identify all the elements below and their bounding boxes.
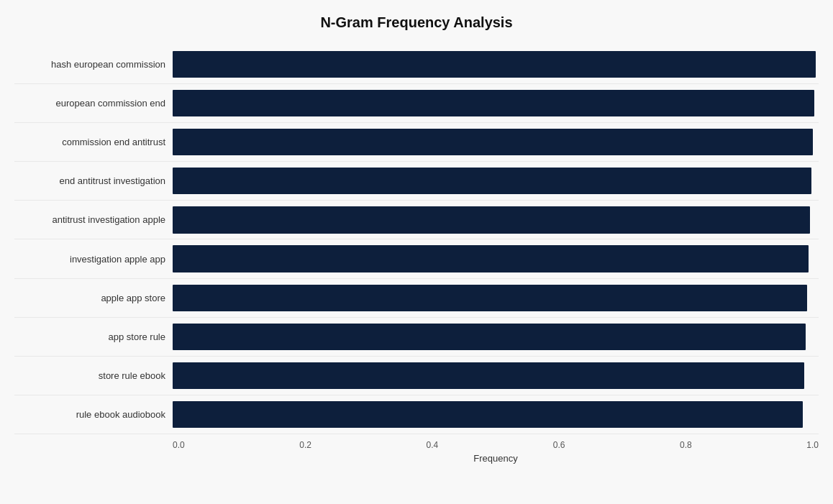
- bar-label: apple app store: [14, 293, 173, 303]
- chart-title: N-Gram Frequency Analysis: [14, 14, 819, 31]
- bar-label: end antitrust investigation: [14, 175, 173, 186]
- bar-row: investigation apple app: [14, 239, 819, 278]
- bar-track: [173, 362, 819, 389]
- bar-row: antitrust investigation apple: [14, 201, 819, 239]
- bar-fill: [173, 51, 816, 78]
- bar-row: store rule ebook: [14, 357, 819, 395]
- x-tick: 0.4: [427, 440, 439, 450]
- x-tick: 0.6: [553, 440, 565, 450]
- bar-row: rule ebook audiobook: [14, 395, 819, 434]
- bar-fill: [173, 362, 804, 389]
- bar-row: end antitrust investigation: [14, 162, 819, 201]
- bar-fill: [173, 90, 814, 116]
- bar-track: [173, 51, 819, 78]
- x-tick: 0.0: [173, 440, 185, 450]
- x-axis-label: Frequency: [173, 453, 819, 464]
- bar-fill: [173, 285, 807, 311]
- bar-row: app store rule: [14, 318, 819, 357]
- bar-label: investigation apple app: [14, 254, 173, 265]
- bar-row: apple app store: [14, 279, 819, 318]
- bar-label: app store rule: [14, 331, 173, 342]
- x-tick: 0.2: [299, 440, 311, 450]
- bar-fill: [173, 324, 806, 350]
- bar-track: [173, 206, 819, 233]
- chart-container: N-Gram Frequency Analysis hash european …: [0, 0, 833, 504]
- bar-label: rule ebook audiobook: [14, 409, 173, 420]
- bar-fill: [173, 168, 811, 194]
- bar-track: [173, 401, 819, 428]
- bar-row: hash european commission: [14, 45, 819, 84]
- bar-label: european commission end: [14, 98, 173, 109]
- bar-fill: [173, 245, 809, 272]
- bar-row: european commission end: [14, 84, 819, 123]
- bar-fill: [173, 206, 810, 233]
- bar-track: [173, 168, 819, 194]
- bar-label: commission end antitrust: [14, 137, 173, 147]
- bar-label: hash european commission: [14, 59, 173, 70]
- bar-track: [173, 129, 819, 155]
- bar-track: [173, 324, 819, 350]
- x-tick: 1.0: [806, 440, 819, 450]
- bar-label: antitrust investigation apple: [14, 214, 173, 225]
- x-axis: 0.00.20.40.60.81.0: [173, 434, 819, 450]
- x-tick: 0.8: [680, 440, 692, 450]
- bar-fill: [173, 401, 803, 428]
- bar-row: commission end antitrust: [14, 123, 819, 162]
- bar-track: [173, 245, 819, 272]
- chart-area: hash european commissioneuropean commiss…: [14, 45, 819, 434]
- bar-label: store rule ebook: [14, 370, 173, 381]
- bar-track: [173, 285, 819, 311]
- bar-track: [173, 90, 819, 116]
- bar-fill: [173, 129, 813, 155]
